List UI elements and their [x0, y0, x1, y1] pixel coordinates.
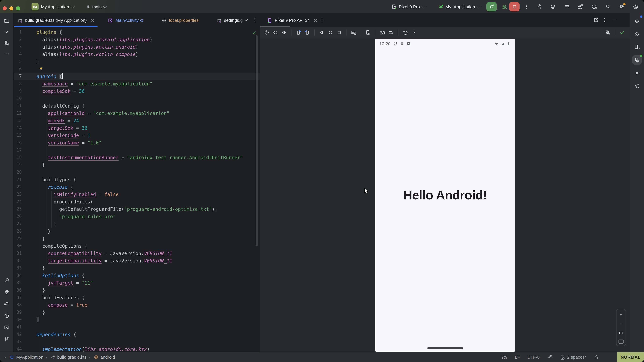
line-number[interactable]: 16 — [14, 139, 22, 146]
line-number[interactable]: 29 — [14, 235, 22, 242]
line-number[interactable]: 2 — [14, 36, 22, 43]
tab-pixel-device[interactable]: Pixel 9 Pro API 34 ✕ — [264, 13, 321, 27]
gradle-tool-icon[interactable] — [632, 29, 642, 38]
app-insights-plane-icon[interactable] — [632, 81, 642, 91]
rerun-button[interactable] — [486, 2, 497, 11]
line-number[interactable]: 1 — [14, 28, 22, 36]
hide-panel-button[interactable] — [612, 17, 617, 23]
zoom-in-button[interactable]: + — [620, 312, 622, 317]
tab-build-gradle[interactable]: build.gradle.kts (My Application) ✕ — [14, 13, 98, 27]
close-icon[interactable]: ✕ — [90, 18, 94, 23]
device-selector[interactable]: Pixel 9 Pro — [392, 0, 425, 13]
zoom-1-1-button[interactable]: 1:1 — [618, 331, 624, 335]
line-number[interactable]: 15 — [14, 132, 22, 139]
profile-icon[interactable] — [632, 4, 639, 10]
screenshot-button[interactable] — [380, 30, 385, 35]
line-number[interactable]: 20 — [14, 169, 22, 176]
hardware-input-button[interactable] — [351, 30, 356, 35]
ideavim-icon[interactable] — [606, 355, 612, 360]
line-number[interactable]: 28 — [14, 228, 22, 235]
macos-close-button[interactable] — [3, 6, 7, 10]
line-number[interactable]: 8 — [14, 80, 22, 87]
line-number[interactable]: 11 — [14, 102, 22, 110]
volume-down-button[interactable] — [282, 30, 287, 35]
problems-icon[interactable] — [2, 311, 12, 321]
inspections-ok-icon[interactable] — [252, 30, 256, 35]
line-number[interactable]: 37 — [14, 294, 22, 301]
search-everywhere-icon[interactable] — [605, 4, 611, 10]
crumb-file[interactable]: build.gradle.kts — [46, 355, 87, 360]
line-number[interactable]: 27 — [14, 220, 22, 228]
line-number[interactable]: 23 — [14, 191, 22, 198]
commit-icon[interactable] — [2, 27, 12, 36]
line-number[interactable]: 7 — [14, 73, 22, 80]
line-number[interactable]: 25 — [14, 205, 22, 213]
lock-open-icon[interactable] — [594, 355, 599, 360]
screen-record-button[interactable] — [388, 30, 394, 35]
tab-options-button[interactable] — [252, 17, 258, 23]
tab-settings-gradle[interactable]: settings.g — [213, 13, 246, 27]
line-number[interactable]: 18 — [14, 154, 22, 161]
project-icon[interactable] — [2, 16, 12, 25]
hidden-tabs-button[interactable] — [244, 17, 249, 23]
line-number[interactable]: 22 — [14, 183, 22, 191]
back-button[interactable] — [319, 30, 324, 35]
file-encoding[interactable]: UTF-8 — [527, 355, 540, 360]
line-number[interactable]: 34 — [14, 272, 22, 279]
line-number[interactable]: 30 — [14, 242, 22, 250]
more-tool-windows-icon[interactable] — [2, 49, 12, 59]
build-icon[interactable] — [2, 276, 12, 285]
line-number[interactable]: 3 — [14, 43, 22, 51]
panel-options-button[interactable] — [602, 17, 608, 23]
attach-debugger-icon[interactable] — [578, 4, 584, 10]
line-number[interactable]: 26 — [14, 213, 22, 220]
line-number[interactable]: 14 — [14, 124, 22, 132]
caret-position[interactable]: 7:9 — [502, 355, 508, 360]
line-number[interactable]: 33 — [14, 265, 22, 272]
line-number[interactable]: 4 — [14, 51, 22, 58]
app-quality-insights-icon[interactable] — [2, 288, 12, 297]
branch-menu[interactable]: main — [86, 0, 107, 13]
crumb-project[interactable]: MyApplication — [4, 355, 44, 360]
line-number[interactable]: 32 — [14, 257, 22, 265]
device-manager-icon[interactable] — [632, 42, 642, 52]
line-number[interactable]: 9 — [14, 87, 22, 95]
line-number[interactable]: 5 — [14, 58, 22, 65]
structure-icon[interactable] — [2, 38, 12, 48]
open-in-window-button[interactable] — [593, 17, 599, 23]
sync-gradle-icon[interactable] — [591, 4, 598, 10]
device-settings-button[interactable] — [365, 30, 371, 35]
notifications-icon[interactable] — [632, 16, 642, 25]
line-number[interactable]: 39 — [14, 309, 22, 316]
line-number[interactable]: 19 — [14, 161, 22, 169]
zoom-out-button[interactable]: − — [620, 321, 622, 326]
profiler-icon[interactable] — [536, 4, 542, 10]
snapshot-reset-button[interactable] — [403, 30, 408, 35]
line-number[interactable]: 43 — [14, 338, 22, 346]
rotate-left-button[interactable] — [296, 30, 301, 35]
gemini-icon[interactable] — [632, 68, 642, 78]
crumb-element[interactable]: android — [88, 355, 115, 360]
run-config-selector[interactable]: My_Application — [438, 0, 480, 13]
line-number[interactable]: 38 — [14, 301, 22, 309]
run-more-button[interactable] — [521, 2, 532, 11]
emulator-more-button[interactable] — [412, 30, 417, 35]
line-number[interactable]: 10 — [14, 95, 22, 102]
overview-button[interactable] — [336, 30, 342, 35]
line-number[interactable]: 40 — [14, 316, 22, 324]
code-editor[interactable]: 1plugins {2 alias(libs.plugins.android.a… — [14, 27, 260, 352]
line-number[interactable]: 13 — [14, 117, 22, 124]
power-button[interactable] — [264, 30, 269, 35]
indent-setting[interactable]: 2 spaces* — [560, 355, 586, 360]
intention-bulb-icon[interactable] — [39, 67, 43, 71]
macos-zoom-button[interactable] — [16, 6, 20, 10]
line-number[interactable]: 36 — [14, 287, 22, 294]
line-number[interactable]: 31 — [14, 250, 22, 257]
phone-screen[interactable]: 10:20 Hello Android! — [375, 39, 515, 352]
tab-strip-scrollbar[interactable] — [260, 26, 290, 27]
apply-changes-icon[interactable] — [550, 4, 556, 10]
ai-assist-off-icon[interactable] — [547, 355, 552, 360]
line-number[interactable]: 17 — [14, 146, 22, 154]
vim-mode-badge[interactable]: NORMAL — [617, 352, 644, 362]
close-icon[interactable]: ✕ — [314, 18, 318, 23]
